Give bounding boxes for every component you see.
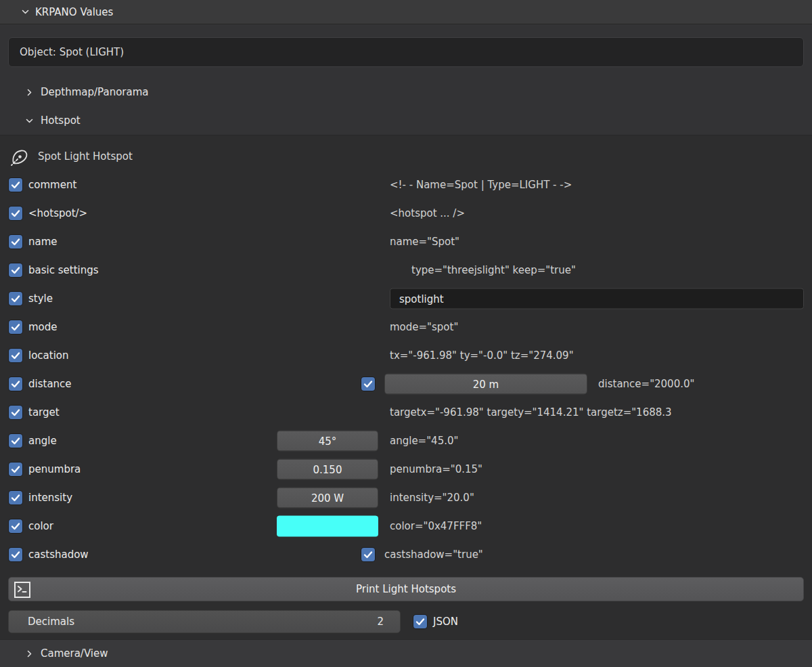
distance-checkbox[interactable] bbox=[9, 377, 22, 391]
json-option: JSON bbox=[413, 615, 458, 628]
console-icon bbox=[14, 581, 31, 599]
hotspot-subpanel-title: Spot Light Hotspot bbox=[38, 150, 133, 163]
section-label: Camera/View bbox=[41, 647, 108, 660]
row-mode: mode mode="spot" bbox=[0, 313, 812, 341]
panel-title: KRPANO Values bbox=[35, 6, 113, 18]
basic-settings-value: type="threejslight" keep="true" bbox=[411, 264, 576, 276]
decimals-value: 2 bbox=[377, 616, 384, 628]
json-label: JSON bbox=[433, 616, 458, 628]
row-label: mode bbox=[28, 321, 58, 333]
row-penumbra: penumbra 0.150 penumbra="0.15" bbox=[0, 455, 812, 483]
distance-enable-checkbox[interactable] bbox=[361, 377, 375, 391]
hotspot-tag-checkbox[interactable] bbox=[9, 207, 22, 220]
row-label: penumbra bbox=[28, 463, 81, 475]
section-header-depthmap-panorama[interactable]: Depthmap/Panorama bbox=[0, 78, 812, 106]
row-hotspot-tag: <hotspot/> <hotspot ... /> bbox=[0, 199, 812, 228]
hotspot-rows: comment <!- - Name=Spot | Type=LIGHT - -… bbox=[0, 171, 812, 569]
castshadow-enable-checkbox[interactable] bbox=[361, 548, 375, 561]
row-label: angle bbox=[28, 435, 57, 447]
print-button-label: Print Light Hotspots bbox=[356, 583, 456, 595]
print-light-hotspots-button[interactable]: Print Light Hotspots bbox=[8, 577, 804, 601]
hotspot-tag-value: <hotspot ... /> bbox=[390, 207, 465, 219]
basic-settings-checkbox[interactable] bbox=[9, 263, 22, 277]
color-checkbox[interactable] bbox=[9, 519, 22, 533]
target-value: targetx="-961.98" targety="1414.21" targ… bbox=[390, 406, 672, 418]
hotspot-subpanel: Spot Light Hotspot comment <!- - Name=Sp… bbox=[0, 135, 812, 639]
spot-light-icon bbox=[9, 146, 29, 167]
color-swatch[interactable] bbox=[277, 516, 378, 537]
row-label: castshadow bbox=[28, 548, 89, 561]
section-label: Hotspot bbox=[41, 114, 81, 127]
row-angle: angle 45° angle="45.0" bbox=[0, 427, 812, 455]
chevron-down-icon bbox=[21, 7, 30, 16]
angle-checkbox[interactable] bbox=[9, 434, 22, 448]
chevron-down-icon bbox=[25, 116, 34, 125]
panel-header-krpano-values[interactable]: KRPANO Values bbox=[0, 0, 812, 24]
row-label: target bbox=[28, 406, 60, 418]
object-info-box: Object: Spot (LIGHT) bbox=[8, 37, 804, 67]
row-intensity: intensity 200 W intensity="20.0" bbox=[0, 483, 812, 512]
footer-options-row: Decimals 2 JSON bbox=[8, 610, 804, 633]
style-input[interactable] bbox=[390, 288, 804, 309]
name-value: name="Spot" bbox=[390, 236, 459, 248]
row-location: location tx="-961.98" ty="-0.0" tz="274.… bbox=[0, 341, 812, 370]
row-label: comment bbox=[28, 179, 76, 191]
section-label: Depthmap/Panorama bbox=[41, 86, 148, 98]
chevron-right-icon bbox=[25, 88, 34, 97]
penumbra-field[interactable]: 0.150 bbox=[277, 459, 378, 480]
location-checkbox[interactable] bbox=[9, 349, 22, 362]
castshadow-value: castshadow="true" bbox=[384, 548, 483, 561]
json-checkbox[interactable] bbox=[413, 615, 427, 628]
comment-checkbox[interactable] bbox=[9, 178, 22, 192]
target-checkbox[interactable] bbox=[9, 406, 22, 419]
distance-slider[interactable]: 20 m bbox=[384, 374, 587, 395]
distance-value: distance="2000.0" bbox=[598, 378, 694, 390]
panel-body-top: Object: Spot (LIGHT) Depthmap/Panorama H… bbox=[0, 24, 812, 135]
object-info-label: Object: Spot (LIGHT) bbox=[20, 46, 124, 58]
row-basic-settings: basic settings type="threejslight" keep=… bbox=[0, 256, 812, 284]
intensity-value: intensity="20.0" bbox=[390, 492, 474, 504]
section-header-hotspot[interactable]: Hotspot bbox=[0, 106, 812, 135]
row-color: color color="0x47FFF8" bbox=[0, 512, 812, 540]
intensity-field[interactable]: 200 W bbox=[277, 488, 378, 509]
intensity-checkbox[interactable] bbox=[9, 491, 22, 504]
angle-value: angle="45.0" bbox=[390, 435, 458, 447]
row-distance: distance 20 m distance="2000.0" bbox=[0, 370, 812, 398]
row-style: style bbox=[0, 284, 812, 313]
row-label: location bbox=[28, 349, 69, 362]
mode-checkbox[interactable] bbox=[9, 320, 22, 334]
row-label: style bbox=[28, 293, 53, 305]
row-castshadow: castshadow castshadow="true" bbox=[0, 540, 812, 569]
row-label: name bbox=[28, 236, 58, 248]
row-label: <hotspot/> bbox=[28, 207, 87, 219]
decimals-label: Decimals bbox=[28, 616, 377, 628]
style-checkbox[interactable] bbox=[9, 292, 22, 305]
color-value: color="0x47FFF8" bbox=[390, 520, 482, 532]
row-label: basic settings bbox=[28, 264, 99, 276]
angle-field[interactable]: 45° bbox=[277, 431, 378, 452]
location-value: tx="-961.98" ty="-0.0" tz="274.09" bbox=[390, 349, 574, 362]
castshadow-checkbox[interactable] bbox=[9, 548, 22, 561]
penumbra-value: penumbra="0.15" bbox=[390, 463, 482, 475]
penumbra-checkbox[interactable] bbox=[9, 462, 22, 476]
row-label: intensity bbox=[28, 492, 72, 504]
row-label: distance bbox=[28, 378, 72, 390]
name-checkbox[interactable] bbox=[9, 235, 22, 249]
row-comment: comment <!- - Name=Spot | Type=LIGHT - -… bbox=[0, 171, 812, 199]
row-label: color bbox=[28, 520, 53, 532]
comment-value: <!- - Name=Spot | Type=LIGHT - -> bbox=[390, 179, 572, 191]
chevron-right-icon bbox=[25, 649, 34, 658]
hotspot-subpanel-header: Spot Light Hotspot bbox=[0, 144, 812, 169]
mode-value: mode="spot" bbox=[390, 321, 458, 333]
row-name: name name="Spot" bbox=[0, 228, 812, 256]
krpano-values-panel: KRPANO Values Object: Spot (LIGHT) Depth… bbox=[0, 0, 812, 667]
decimals-slider[interactable]: Decimals 2 bbox=[8, 610, 401, 633]
row-target: target targetx="-961.98" targety="1414.2… bbox=[0, 398, 812, 427]
section-header-camera-view[interactable]: Camera/View bbox=[0, 639, 812, 667]
